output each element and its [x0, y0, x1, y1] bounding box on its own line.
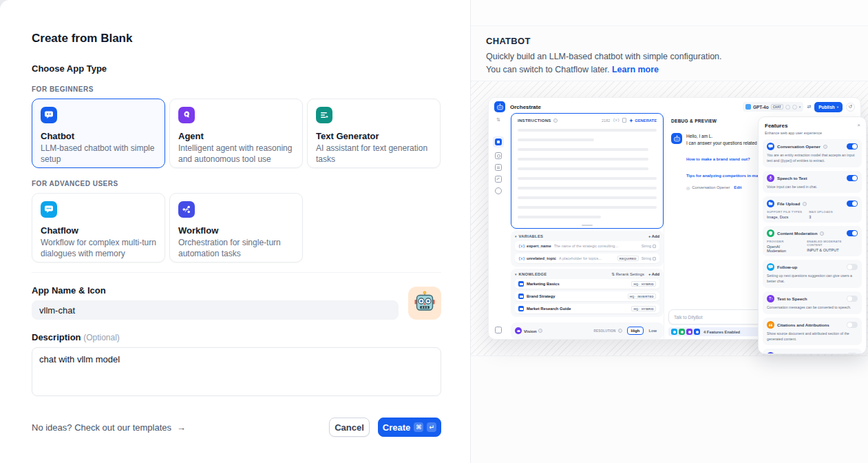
mock-publish-button: Publish ▾	[814, 102, 843, 112]
model-name: GPT-4o	[753, 105, 769, 110]
chatflow-icon	[41, 201, 57, 218]
resolution-label: RESOLUTION	[593, 329, 615, 333]
variable-type: String	[642, 256, 651, 260]
feature-card-conversation-opener: Conversation Opener You are an entity ex…	[763, 139, 862, 167]
chat-bubble-icon	[767, 143, 774, 150]
mock-knowledge-card: ▾ KNOWLEDGE ⇅ Rerank Settings + Add Mark…	[511, 269, 664, 317]
mock-model-selector: GPT-4o CHAT ▾	[743, 102, 803, 112]
dataset-name: Marketing Basics	[527, 282, 631, 286]
note-icon	[495, 176, 502, 183]
app-type-info-pane: CHATBOT Quickly build an LLM-based chatb…	[470, 0, 868, 463]
templates-link[interactable]: No ideas? Check out our templates →	[32, 422, 186, 433]
feature-desc: Setting up next questions suggestion can…	[767, 274, 858, 285]
feature-card-speech-to-text: Speech to Text Voice input can be used i…	[763, 171, 862, 194]
feature-desc: You are an entity extraction model that …	[767, 153, 858, 164]
dataset-icon	[518, 294, 524, 299]
model-chat-badge: CHAT	[771, 104, 783, 110]
sidebar-item-selected	[493, 136, 504, 147]
moderation-chip-icon	[679, 329, 685, 335]
info-icon	[553, 119, 558, 123]
app-type-card-text-generator[interactable]: Text Generator AI assistant for text gen…	[307, 99, 441, 168]
feature-col-value: OpenAI Moderation	[767, 245, 800, 253]
feature-desc: Show source document and attributed sect…	[767, 331, 858, 342]
feature-toggle-off	[847, 264, 858, 270]
app-type-desc: AI assistant for text generation tasks	[316, 143, 432, 165]
choose-app-type-label: Choose App Type	[32, 63, 441, 74]
variable-name: unrelated_topic	[527, 256, 556, 260]
info-description-text: Quickly build an LLM-based chatbot with …	[486, 52, 722, 74]
info-icon	[803, 202, 807, 206]
text-to-speech-icon	[767, 295, 774, 302]
speech-chip-icon	[686, 329, 692, 335]
type-icon	[653, 257, 656, 260]
feature-title: Speech to Text	[777, 176, 807, 181]
model-mini-icon	[785, 105, 790, 110]
mock-features-panel: Features Enhance web app user experience…	[758, 116, 867, 354]
app-type-card-chatflow[interactable]: Chatflow Workflow for complex multi-turn…	[32, 193, 165, 263]
copy-icon	[622, 118, 626, 123]
features-enabled-label: 4 Features Enabled	[703, 330, 740, 334]
feature-col-label: SUPPORT FILE TYPES	[767, 210, 802, 214]
app-type-name: Chatflow	[41, 225, 156, 236]
mock-vision-bar: Vision RESOLUTION High Low	[511, 322, 664, 339]
feature-toggle-off	[847, 296, 858, 302]
instructions-label: INSTRUCTIONS	[518, 119, 551, 123]
knowledge-label: KNOWLEDGE	[519, 272, 547, 276]
feature-title: Conversation Opener	[777, 144, 821, 149]
feature-card-citations: Citations and Attributions Show source d…	[763, 318, 862, 346]
feature-title: Content Moderation	[777, 231, 817, 236]
dataset-badge: HQ · HYBRID	[631, 281, 656, 287]
suggested-question: How to make a brand stand out?	[686, 157, 750, 161]
app-type-card-chatbot[interactable]: Chatbot LLM-based chatbot with simple se…	[32, 99, 165, 168]
description-input[interactable]: chat with vllm model	[32, 347, 441, 396]
feature-toggle-off	[847, 353, 858, 354]
info-description: Quickly build an LLM-based chatbot with …	[486, 50, 726, 76]
app-name-input[interactable]	[32, 300, 399, 320]
beginner-cards-row: Chatbot LLM-based chatbot with simple se…	[32, 99, 441, 168]
app-type-card-workflow[interactable]: Workflow Orchestration for single-turn a…	[169, 193, 303, 263]
resolution-high-option: High	[627, 327, 644, 335]
description-label: Description (Optional)	[32, 332, 441, 342]
chevron-down-icon: ▾	[515, 272, 517, 276]
folder-icon	[767, 200, 774, 207]
panel-toggle-icon	[495, 327, 502, 333]
generate-label: GENERATE	[635, 119, 657, 123]
feature-toggle-on	[847, 175, 858, 181]
rerank-label: Rerank Settings	[616, 272, 644, 276]
app-type-desc: LLM-based chatbot with simple setup	[41, 143, 156, 165]
app-icon-picker[interactable]	[408, 287, 441, 320]
globe-icon	[495, 187, 502, 194]
text-generator-icon	[316, 107, 332, 123]
feature-card-follow-up: Follow-up Setting up next questions sugg…	[763, 260, 862, 288]
variable-row: {x} unrelated_topic A placeholder for to…	[515, 254, 659, 263]
variable-desc: The name of the strategic consulting...	[554, 244, 639, 248]
feature-col-value: INPUT & OUTPUT	[807, 248, 858, 252]
feature-toggle-on	[847, 143, 858, 150]
dataset-name: Market Research Guide	[527, 307, 631, 311]
feature-title: File Upload	[777, 201, 800, 206]
rerank-settings-button: ⇅ Rerank Settings	[611, 272, 644, 276]
upload-chip-icon	[694, 329, 700, 335]
add-variable-button: + Add	[648, 234, 659, 238]
bot-avatar-icon	[671, 133, 682, 144]
app-type-name: Agent	[178, 131, 294, 141]
feature-col-value: Image, Docs	[767, 215, 802, 219]
info-icon	[823, 145, 827, 149]
opener-edit-link: Edit	[734, 185, 741, 189]
cancel-button[interactable]: Cancel	[329, 418, 370, 437]
feature-title: Text to Speech	[777, 296, 807, 301]
create-button[interactable]: Create ⌘ ↵	[378, 418, 441, 437]
arrow-right-icon: →	[177, 422, 186, 433]
info-icon	[820, 232, 824, 236]
feature-desc: Voice input can be used in chat.	[767, 185, 858, 190]
swap-icon: ⇅	[496, 117, 500, 123]
dataset-badge: HQ · INVERTED	[628, 294, 656, 299]
required-badge: REQUIRED	[617, 256, 639, 261]
variables-icon: {x}	[613, 118, 620, 123]
app-type-card-agent[interactable]: Agent Intelligent agent with reasoning a…	[169, 99, 303, 168]
learn-more-link[interactable]: Learn more	[612, 65, 659, 74]
workflow-icon	[178, 201, 195, 218]
variable-row: {x} expert_name The name of the strategi…	[515, 241, 659, 251]
mock-sidebar: ⇅	[489, 113, 508, 339]
mock-variables-card: ▾ VARIABLES + Add {x} expert_name The na…	[511, 231, 664, 267]
